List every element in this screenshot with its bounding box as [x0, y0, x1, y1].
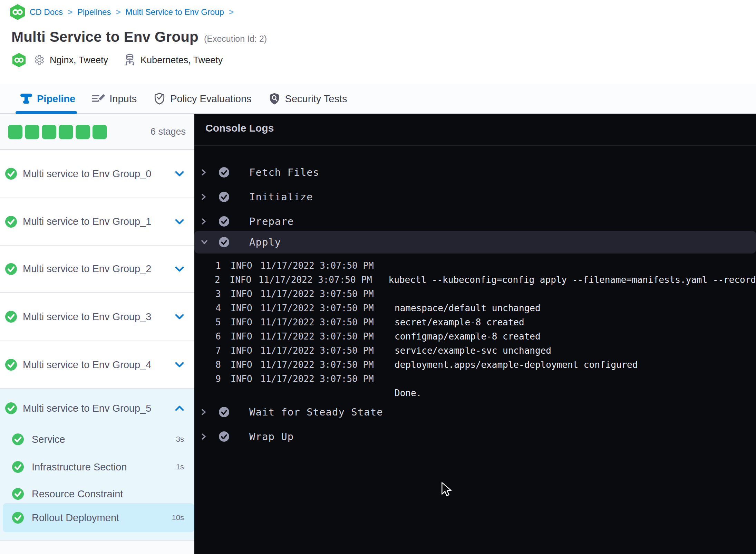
log-timestamp: 11/17/2022 3:07:50 PM: [260, 317, 395, 327]
breadcrumb-pipeline-name[interactable]: Multi Service to Env Group: [125, 7, 224, 17]
chevron-right-icon[interactable]: [201, 433, 206, 440]
log-line-number: 8: [194, 360, 221, 370]
environments-label: Kubernetes, Tweety: [140, 55, 223, 66]
breadcrumb-pipelines[interactable]: Pipelines: [77, 7, 111, 17]
stages-panel: 6 stages Multi service to Env Group_0 Mu…: [0, 114, 194, 554]
stage-square: [8, 125, 22, 139]
log-timestamp: 11/17/2022 3:07:50 PM: [260, 289, 395, 299]
log-message: Done.: [395, 388, 756, 398]
log-timestamp: 11/17/2022 3:07:50 PM: [260, 260, 395, 271]
execution-id: (Execution Id: 2): [204, 34, 267, 44]
success-check-icon: [12, 433, 24, 445]
log-message: kubectl --kubeconfig=config apply --file…: [389, 275, 756, 285]
console-step-prepare[interactable]: Prepare: [194, 210, 756, 233]
page-title: Multi Service to Env Group: [11, 29, 198, 45]
gear-icon: [33, 54, 45, 66]
harness-cd-logo-icon: [10, 4, 25, 20]
shield-check-icon: [153, 92, 166, 105]
log-message: namespace/default unchanged: [395, 303, 756, 313]
step-success-icon: [219, 431, 229, 442]
step-row-rollout-deployment[interactable]: Rollout Deployment 10s: [0, 504, 194, 532]
log-line-number: 6: [194, 331, 221, 342]
chevron-down-icon[interactable]: [175, 266, 184, 272]
log-timestamp: 11/17/2022 3:07:50 PM: [260, 345, 395, 356]
log-line: 7 INFO 11/17/2022 3:07:50 PM service/exa…: [194, 343, 756, 357]
step-name: Rollout Deployment: [32, 512, 119, 524]
step-name: Resource Constraint: [32, 488, 123, 500]
console-header-divider: [194, 145, 756, 146]
stage-count-label: 6 stages: [151, 114, 186, 149]
log-level: INFO: [230, 275, 259, 285]
console-log-lines: 1 INFO 11/17/2022 3:07:50 PM 2 INFO 11/1…: [194, 258, 756, 400]
console-step-label: Prepare: [249, 216, 294, 227]
stages-panel-footer: [0, 540, 194, 554]
success-check-icon: [5, 168, 17, 180]
stages-summary: 6 stages: [0, 114, 194, 150]
step-name: Infrastructure Section: [32, 461, 127, 473]
log-timestamp: 11/17/2022 3:07:50 PM: [260, 303, 395, 313]
log-message: secret/example-8 created: [395, 317, 756, 327]
log-level: INFO: [231, 331, 260, 342]
step-row-service[interactable]: Service 3s: [0, 426, 194, 453]
mouse-cursor: [440, 482, 452, 497]
console-step-label: Apply: [249, 236, 281, 248]
chevron-right-icon[interactable]: [201, 194, 206, 200]
chevron-right-icon[interactable]: [201, 409, 206, 415]
step-row-infrastructure[interactable]: Infrastructure Section 1s: [0, 453, 194, 481]
console-step-label: Wrap Up: [249, 431, 294, 442]
console-step-initialize[interactable]: Initialize: [194, 185, 756, 208]
step-success-icon: [219, 407, 229, 417]
step-success-icon: [219, 216, 229, 227]
stage-name: Multi service to Env Group_4: [23, 359, 151, 371]
chevron-down-icon[interactable]: [201, 240, 207, 245]
chevron-down-icon[interactable]: [175, 314, 184, 319]
breadcrumb-separator-icon: >: [68, 7, 72, 17]
stage-square: [93, 125, 107, 139]
stage-name: Multi service to Env Group_1: [23, 216, 151, 227]
tab-inputs[interactable]: Inputs: [92, 84, 137, 113]
stage-row-5-expanded: Multi service to Env Group_5 Service 3s …: [0, 389, 194, 540]
chevron-down-icon[interactable]: [175, 171, 184, 176]
stage-row-3[interactable]: Multi service to Env Group_3: [0, 293, 194, 341]
services-group: Nginx, Tweety: [33, 54, 108, 66]
log-line-number: 2: [194, 275, 220, 285]
success-check-icon: [5, 263, 17, 275]
console-step-fetch-files[interactable]: Fetch Files: [194, 161, 756, 184]
step-success-icon: [219, 167, 229, 178]
tab-pipeline[interactable]: Pipeline: [20, 84, 75, 113]
tab-security-tests[interactable]: Security Tests: [268, 84, 347, 113]
stage-name: Multi service to Env Group_5: [23, 403, 151, 414]
breadcrumb-separator-icon: >: [116, 7, 120, 17]
stage-row-0[interactable]: Multi service to Env Group_0: [0, 150, 194, 198]
step-success-icon: [219, 237, 229, 247]
tab-bar: Pipeline Inputs Policy Evaluations: [0, 84, 756, 114]
console-step-label: Wait for Steady State: [249, 406, 383, 418]
log-timestamp: 11/17/2022 3:07:50 PM: [260, 374, 395, 384]
chevron-right-icon[interactable]: [201, 169, 206, 175]
chevron-up-icon[interactable]: [175, 405, 184, 411]
tab-policy-evaluations[interactable]: Policy Evaluations: [153, 84, 251, 113]
chevron-down-icon[interactable]: [175, 362, 184, 367]
chevron-down-icon[interactable]: [175, 219, 184, 225]
chevron-right-icon[interactable]: [201, 218, 206, 225]
success-check-icon: [5, 402, 17, 414]
log-timestamp: 11/17/2022 3:07:50 PM: [260, 331, 395, 342]
stage-row-2[interactable]: Multi service to Env Group_2: [0, 246, 194, 293]
log-line: 4 INFO 11/17/2022 3:07:50 PM namespace/d…: [194, 301, 756, 315]
log-line: 9 INFO 11/17/2022 3:07:50 PM: [194, 372, 756, 386]
environment-server-icon: [124, 54, 136, 66]
stage-row-5-header[interactable]: Multi service to Env Group_5: [0, 394, 194, 423]
success-check-icon: [5, 359, 17, 371]
log-line: 1 INFO 11/17/2022 3:07:50 PM: [194, 258, 756, 273]
step-row-resource-constraint[interactable]: Resource Constraint: [0, 480, 194, 508]
stage-row-4[interactable]: Multi service to Env Group_4: [0, 341, 194, 389]
log-message: service/example-svc unchanged: [395, 345, 756, 356]
stage-row-1[interactable]: Multi service to Env Group_1: [0, 198, 194, 246]
success-check-icon: [5, 311, 17, 323]
breadcrumb-cd-docs[interactable]: CD Docs: [30, 7, 63, 17]
console-step-apply[interactable]: Apply: [194, 231, 756, 254]
console-step-wait-for-steady-state[interactable]: Wait for Steady State: [194, 401, 756, 423]
console-step-label: Fetch Files: [249, 166, 319, 178]
console-step-wrap-up[interactable]: Wrap Up: [194, 425, 756, 448]
breadcrumb: CD Docs > Pipelines > Multi Service to E…: [10, 4, 234, 20]
